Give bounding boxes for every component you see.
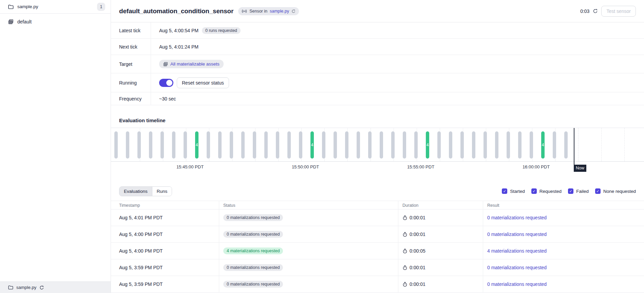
target-label: Target: [111, 55, 151, 73]
table-row: Aug 5, 4:01 PM PDT0 materializations req…: [111, 209, 644, 226]
timeline-bar[interactable]: [137, 131, 141, 159]
col-duration: Duration: [398, 201, 483, 209]
status-cell: 0 materializations requested: [219, 276, 398, 292]
timeline-bar[interactable]: [149, 131, 152, 159]
result-cell: 4 materializations requested: [483, 243, 644, 259]
evaluations-table: Timestamp Status Duration Result Aug 5, …: [111, 201, 644, 293]
timeline-bar[interactable]: [414, 131, 418, 159]
filter-checkbox-started[interactable]: ✓Started: [502, 188, 525, 194]
result-cell: 0 materializations requested: [483, 226, 644, 242]
stopwatch-icon: [402, 282, 408, 287]
filter-checkbox-none-requested[interactable]: ✓None requested: [595, 188, 636, 194]
reset-sensor-status-button[interactable]: Reset sensor status: [177, 77, 229, 88]
table-body: Aug 5, 4:01 PM PDT0 materializations req…: [111, 209, 644, 293]
sensor-count-badge: 1: [97, 3, 105, 11]
timeline-bar[interactable]: [495, 131, 498, 159]
reload-icon[interactable]: [39, 285, 44, 290]
folder-icon: [8, 285, 13, 290]
sidebar-item-default-repo[interactable]: default: [0, 16, 111, 28]
timeline-bar[interactable]: [160, 131, 164, 159]
timeline-bar[interactable]: [437, 131, 441, 159]
sensor-badge-file-link[interactable]: sample.py: [270, 9, 289, 14]
timeline-bar[interactable]: [241, 131, 245, 159]
timeline-bar[interactable]: [114, 131, 118, 159]
table-row: Aug 5, 3:59 PM PDT0 materializations req…: [111, 276, 644, 293]
timeline-bar[interactable]: [530, 131, 533, 159]
main-panel: default_automation_condition_sensor Sens…: [111, 0, 644, 293]
timeline-bar[interactable]: [472, 131, 475, 159]
result-link[interactable]: 4 materializations requested: [487, 248, 547, 254]
filter-checkbox-requested[interactable]: ✓Requested: [531, 188, 562, 194]
timeline-bar-requested[interactable]: 4: [541, 131, 545, 159]
timeline-bar[interactable]: [391, 131, 395, 159]
list-controls: Evaluations Runs ✓Started✓Requested✓Fail…: [111, 186, 644, 196]
status-badge: 0 materializations requested: [223, 231, 283, 238]
timeline-bar[interactable]: [553, 131, 556, 159]
test-sensor-button[interactable]: Test sensor: [601, 6, 636, 17]
running-toggle[interactable]: [159, 79, 173, 87]
result-link[interactable]: 0 materializations requested: [487, 281, 547, 287]
timeline-bar[interactable]: [345, 131, 348, 159]
duration-cell: 0:00:01: [398, 276, 483, 292]
result-link[interactable]: 0 materializations requested: [487, 215, 547, 220]
repo-label: default: [17, 19, 32, 24]
timeline-bar[interactable]: [507, 131, 510, 159]
sensor-badge-text: Sensor in: [249, 9, 267, 14]
timeline-tick-label: 16:00:00 PDT: [523, 164, 550, 169]
timeline-bar[interactable]: [460, 131, 464, 159]
timeline-bar[interactable]: [207, 131, 210, 159]
timeline-bar[interactable]: [230, 131, 233, 159]
timestamp-cell: Aug 5, 3:59 PM PDT: [111, 259, 219, 276]
checkbox-icon[interactable]: ✓: [595, 188, 601, 194]
checkbox-icon[interactable]: ✓: [502, 188, 507, 194]
timeline-bar[interactable]: [380, 131, 383, 159]
timeline-bar[interactable]: [253, 131, 256, 159]
refresh-icon[interactable]: [593, 8, 598, 14]
timeline-bar[interactable]: [299, 131, 302, 159]
target-assets-link[interactable]: All materializable assets: [170, 61, 220, 67]
timeline-bar[interactable]: [184, 131, 187, 159]
timeline-bar-requested[interactable]: 4: [195, 131, 198, 159]
timeline-bar[interactable]: [276, 131, 279, 159]
timeline-bar-requested[interactable]: 4: [310, 131, 314, 159]
timeline-bar[interactable]: [218, 131, 222, 159]
result-link[interactable]: 0 materializations requested: [487, 232, 547, 237]
timeline-bar[interactable]: [518, 131, 522, 159]
timeline-bar[interactable]: [564, 131, 568, 159]
sidebar-item-sample-py[interactable]: sample.py 1: [0, 0, 111, 14]
duration-cell: 0:00:01: [398, 209, 483, 226]
now-marker-label: Now: [574, 165, 586, 172]
result-link[interactable]: 0 materializations requested: [487, 265, 547, 270]
timeline-bar[interactable]: [287, 131, 291, 159]
timeline-bar[interactable]: [484, 131, 487, 159]
timeline-bar[interactable]: [126, 131, 129, 159]
refresh-icon[interactable]: [291, 9, 296, 13]
status-badge: 0 materializations requested: [223, 264, 283, 271]
timeline-bar[interactable]: [334, 131, 337, 159]
timeline-bar[interactable]: [322, 131, 325, 159]
checkbox-icon[interactable]: ✓: [568, 188, 573, 194]
checkbox-icon[interactable]: ✓: [531, 188, 537, 194]
tab-runs[interactable]: Runs: [152, 187, 172, 196]
target-assets-chip[interactable]: All materializable assets: [159, 60, 224, 68]
timeline-bar[interactable]: [172, 131, 175, 159]
folder-icon: [8, 4, 14, 9]
frequency-value: ~30 sec: [159, 96, 176, 102]
timeline-gridline: [578, 128, 579, 161]
target-row: Target All materializable assets: [111, 55, 644, 73]
timestamp-cell: Aug 5, 4:00 PM PDT: [111, 243, 219, 259]
timeline-bar[interactable]: [368, 131, 372, 159]
duration-cell: 0:00:01: [398, 259, 483, 276]
timeline-bar[interactable]: [357, 131, 360, 159]
stopwatch-icon: [402, 232, 408, 237]
frequency-row: Frequency ~30 sec: [111, 92, 644, 105]
next-tick-row: Next tick Aug 5, 4:01:24 PM: [111, 39, 644, 55]
filter-checkbox-failed[interactable]: ✓Failed: [568, 188, 589, 194]
tab-evaluations[interactable]: Evaluations: [119, 187, 152, 196]
timeline-bar[interactable]: [403, 131, 406, 159]
timeline-bar[interactable]: [449, 131, 452, 159]
timeline-axis-labels: 15:45:00 PDT15:50:00 PDT15:55:00 PDT16:0…: [111, 162, 644, 172]
table-header-row: Timestamp Status Duration Result: [111, 201, 644, 209]
timeline-bar[interactable]: [264, 131, 268, 159]
timeline-bar-requested[interactable]: 4: [426, 131, 429, 159]
